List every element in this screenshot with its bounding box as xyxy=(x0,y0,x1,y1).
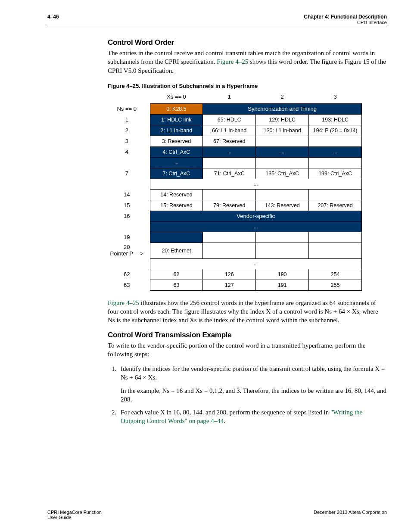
figure-reference-link[interactable]: Figure 4–25 xyxy=(108,299,139,306)
heading-transmission-example: Control Word Transmission Example xyxy=(108,331,387,339)
figure-caption: Figure 4–25. Illustration of Subchannels… xyxy=(108,83,387,89)
page-header: 4–46 Chapter 4: Functional Description C… xyxy=(47,14,387,26)
page-number: 4–46 xyxy=(47,14,59,20)
para-control-word-order: The entries in the control receive and c… xyxy=(108,49,387,75)
para-transmission-intro: To write to the vendor-specific portion … xyxy=(108,341,387,359)
para-after-figure: Figure 4–25 illustrates how the 256 cont… xyxy=(108,299,387,325)
heading-control-word-order: Control Word Order xyxy=(108,38,387,47)
figure-reference-link[interactable]: Figure 4–25 xyxy=(217,58,248,65)
step-1: Identify the indices for the vendor-spec… xyxy=(118,364,387,404)
page-footer: CPRI MegaCore Function User Guide Decemb… xyxy=(47,510,387,520)
hyperframe-table: Xs == 0 1 2 3 Ns == 0 0: K28.5 Synchroni… xyxy=(108,92,362,291)
chapter-title: Chapter 4: Functional Description xyxy=(304,14,387,20)
step-2: For each value X in 16, 80, 144, and 208… xyxy=(118,408,387,426)
steps-list: Identify the indices for the vendor-spec… xyxy=(108,364,387,426)
section-name: CPU Interface xyxy=(304,20,387,25)
